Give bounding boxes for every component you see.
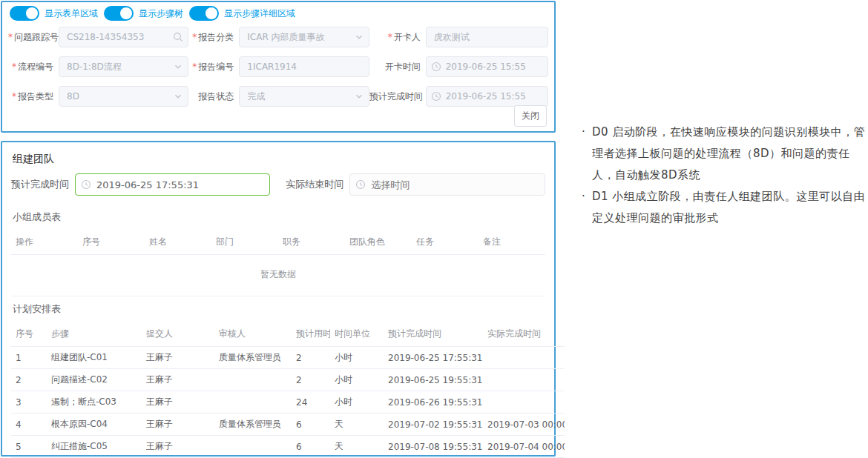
search-icon	[173, 32, 183, 42]
report-no-label: *报告编号	[188, 61, 239, 73]
switch-on-icon[interactable]	[10, 6, 39, 21]
cell: 遏制；断点-C03	[47, 391, 142, 414]
cell: 小时	[330, 369, 384, 391]
category-select[interactable]	[239, 27, 369, 47]
col-header: 姓名	[145, 230, 211, 255]
cell: 2	[11, 369, 47, 391]
team-title: 组建团队	[11, 150, 545, 173]
cell: 质量体系管理员	[214, 347, 292, 369]
cell	[214, 369, 292, 391]
plan-header-row: 序号 步骤 提交人 审核人 预计用时 时间单位 预计完成时间 实际完成时间	[11, 322, 565, 347]
chevron-down-icon	[173, 62, 183, 72]
form-panel: 显示表单区域 显示步骤树 显示步骤详细区域 *问题跟踪号 *报告分类	[1, 1, 556, 133]
clock-icon	[355, 179, 366, 190]
expected-finish-label: 预计完成时间	[11, 178, 75, 191]
col-header: 提交人	[142, 322, 214, 347]
chevron-down-icon	[354, 91, 364, 102]
toggle-show-step-tree[interactable]: 显示步骤树	[104, 6, 183, 21]
cell: 2019-07-04 00:00:00	[483, 436, 565, 458]
toggle-show-step-detail[interactable]: 显示步骤详细区域	[189, 6, 295, 21]
members-header-row: 操作 序号 姓名 部门 职务 团队角色 任务 备注	[11, 230, 545, 255]
close-button[interactable]: 关闭	[514, 105, 547, 127]
members-table: 操作 序号 姓名 部门 职务 团队角色 任务 备注	[11, 230, 545, 255]
report-type-select[interactable]	[59, 86, 188, 107]
cell	[483, 391, 565, 414]
col-header: 预计用时	[292, 322, 330, 347]
col-header: 职务	[278, 230, 345, 255]
col-header: 任务	[412, 230, 479, 255]
expected-time-input[interactable]	[426, 86, 548, 107]
note-d0: · D0 启动阶段，在快速响应模块的问题识别模块中，管理者选择上板问题的处理流程…	[582, 122, 868, 186]
open-time-input[interactable]	[426, 56, 548, 77]
bullet-icon: ·	[582, 186, 592, 229]
flow-select[interactable]	[59, 56, 188, 77]
cell: 24	[292, 391, 330, 414]
switch-on-icon[interactable]	[104, 6, 134, 21]
form-row-2: *流程编号 *报告编号 开卡时间	[2, 52, 554, 82]
cell: 1	[11, 347, 47, 369]
category-label: *报告分类	[188, 31, 239, 44]
form-row-3: *报告类型 报告状态 预计完成时间	[2, 82, 554, 111]
cell: 6	[292, 436, 330, 458]
cell	[483, 369, 565, 391]
toggle-show-form-area[interactable]: 显示表单区域	[10, 6, 98, 21]
toggle-label: 显示表单区域	[45, 7, 98, 20]
toggle-row: 显示表单区域 显示步骤树 显示步骤详细区域	[2, 2, 554, 22]
cell: 问题描述-C02	[47, 369, 142, 391]
cell: 6	[292, 414, 330, 436]
col-header: 操作	[11, 230, 78, 255]
cell: 2019-07-03 00:00:00	[483, 414, 565, 436]
expected-finish-input[interactable]	[75, 173, 270, 196]
plan-table-title: 计划安排表	[11, 296, 545, 322]
table-row: 2问题描述-C02王麻子2小时2019-06-25 19:55:31	[11, 369, 565, 391]
cell: 2	[292, 369, 330, 391]
clock-icon	[431, 91, 441, 102]
required-asterisk: *	[192, 62, 197, 72]
report-status-select[interactable]	[239, 86, 369, 107]
opener-input[interactable]	[426, 27, 548, 47]
col-header: 实际完成时间	[483, 322, 565, 347]
tracking-label: *问题跟踪号	[8, 31, 59, 44]
required-asterisk: *	[192, 32, 197, 42]
required-asterisk: *	[12, 91, 16, 102]
page: 显示表单区域 显示步骤树 显示步骤详细区域 *问题跟踪号 *报告分类	[0, 0, 868, 458]
cell: 2019-06-25 17:55:31	[384, 347, 483, 369]
cell: 2019-06-25 19:55:31	[384, 369, 483, 391]
col-header: 序号	[78, 230, 145, 255]
report-no-input[interactable]	[239, 56, 369, 77]
cell	[214, 436, 292, 458]
required-asterisk: *	[8, 32, 13, 42]
col-header: 审核人	[214, 322, 292, 347]
table-row: 3遏制；断点-C03王麻子24小时2019-06-26 19:55:31	[11, 391, 565, 414]
cell: 天	[330, 436, 384, 458]
cell: 纠正措施-C05	[47, 436, 142, 458]
cell: 王麻子	[142, 414, 214, 436]
clock-icon	[81, 179, 91, 190]
toggle-label: 显示步骤树	[139, 7, 183, 20]
cell: 根本原因-C04	[47, 414, 142, 436]
actual-end-label: 实际结束时间	[286, 178, 349, 191]
chevron-down-icon	[354, 32, 364, 42]
team-panel: 组建团队 预计完成时间 实际结束时间 小组成员表 操作	[1, 141, 556, 457]
cell: 质量体系管理员	[214, 414, 292, 436]
chevron-down-icon	[173, 91, 183, 102]
time-row: 预计完成时间 实际结束时间	[11, 173, 545, 196]
switch-on-icon[interactable]	[189, 6, 219, 21]
col-header: 步骤	[47, 322, 142, 347]
cell: 组建团队-C01	[47, 347, 142, 369]
report-status-label: 报告状态	[188, 90, 239, 103]
clock-icon	[431, 62, 441, 72]
cell: 2	[292, 347, 330, 369]
opener-label: *开卡人	[369, 31, 426, 44]
col-header: 时间单位	[330, 322, 384, 347]
table-row: 4根本原因-C04王麻子质量体系管理员6天2019-07-02 19:55:31…	[11, 414, 565, 436]
plan-table: 序号 步骤 提交人 审核人 预计用时 时间单位 预计完成时间 实际完成时间 1组…	[11, 322, 565, 458]
required-asterisk: *	[12, 62, 16, 72]
cell: 王麻子	[142, 347, 214, 369]
required-asterisk: *	[388, 32, 392, 42]
cell: 5	[11, 436, 47, 458]
table-row: 1组建团队-C01王麻子质量体系管理员2小时2019-06-25 17:55:3…	[11, 347, 565, 369]
cell: 3	[11, 391, 47, 414]
tracking-input[interactable]	[59, 27, 188, 47]
actual-end-input[interactable]	[349, 173, 545, 196]
